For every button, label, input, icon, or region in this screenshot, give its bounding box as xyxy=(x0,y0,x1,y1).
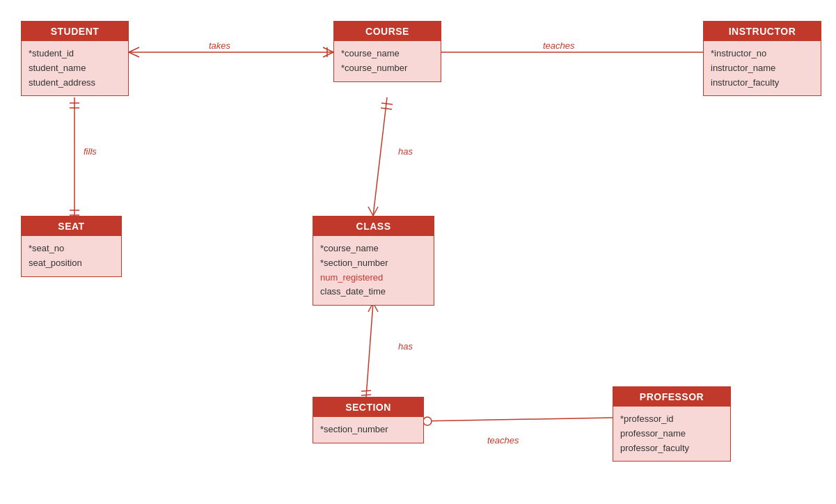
has-section-label: has xyxy=(398,341,413,352)
entity-student-body: *student_id student_name student_address xyxy=(22,41,128,95)
entity-section: SECTION *section_number xyxy=(313,397,424,443)
svg-line-15 xyxy=(373,97,387,216)
svg-line-19 xyxy=(373,207,378,216)
entity-course-body: *course_name *course_number xyxy=(334,41,441,81)
entity-seat-header: SEAT xyxy=(22,216,121,236)
takes-label: takes xyxy=(209,40,230,51)
professor-field-3: professor_faculty xyxy=(620,441,723,456)
section-field-1: *section_number xyxy=(320,423,416,437)
class-field-4: class_date_time xyxy=(320,285,427,299)
professor-field-1: *professor_id xyxy=(620,412,723,427)
entity-professor-header: PROFESSOR xyxy=(613,387,730,407)
entity-section-body: *section_number xyxy=(313,417,423,443)
er-diagram: takes teaches fills has has teaches STUD… xyxy=(0,0,836,504)
seat-field-1: *seat_no xyxy=(29,242,114,256)
svg-line-17 xyxy=(381,108,392,109)
teaches-professor-label: teaches xyxy=(487,435,519,446)
svg-line-2 xyxy=(129,52,139,57)
student-field-2: student_name xyxy=(29,61,121,76)
entity-course-header: COURSE xyxy=(334,22,441,41)
has-class-label: has xyxy=(398,146,413,157)
professor-field-2: professor_name xyxy=(620,427,723,441)
seat-field-2: seat_position xyxy=(29,256,114,271)
fills-label: fills xyxy=(84,146,97,157)
svg-point-28 xyxy=(423,417,432,425)
teaches-instructor-label: teaches xyxy=(543,40,575,51)
entity-professor-body: *professor_id professor_name professor_f… xyxy=(613,407,730,461)
student-field-1: *student_id xyxy=(29,47,121,61)
entity-class-body: *course_name *section_number num_registe… xyxy=(313,236,434,305)
svg-line-1 xyxy=(129,47,139,52)
student-field-3: student_address xyxy=(29,76,121,90)
svg-line-25 xyxy=(420,418,613,421)
class-field-2: *section_number xyxy=(320,256,427,271)
instructor-field-3: instructor_faculty xyxy=(711,76,814,90)
entity-student-header: STUDENT xyxy=(22,22,128,41)
entity-instructor-body: *instructor_no instructor_name instructo… xyxy=(704,41,821,95)
svg-line-18 xyxy=(368,207,373,216)
entity-class: CLASS *course_name *section_number num_r… xyxy=(313,216,434,306)
class-field-3: num_registered xyxy=(320,271,427,285)
entity-instructor: INSTRUCTOR *instructor_no instructor_nam… xyxy=(703,21,821,96)
svg-line-23 xyxy=(361,391,371,391)
entity-section-header: SECTION xyxy=(313,397,423,417)
entity-class-header: CLASS xyxy=(313,216,434,236)
entity-seat-body: *seat_no seat_position xyxy=(22,236,121,276)
course-field-2: *course_number xyxy=(341,61,434,76)
svg-line-4 xyxy=(323,47,333,52)
entity-instructor-header: INSTRUCTOR xyxy=(704,22,821,41)
svg-line-5 xyxy=(323,52,333,57)
svg-line-16 xyxy=(381,103,393,104)
entity-student: STUDENT *student_id student_name student… xyxy=(21,21,129,96)
svg-line-20 xyxy=(366,303,373,397)
course-field-1: *course_name xyxy=(341,47,434,61)
entity-course: COURSE *course_name *course_number xyxy=(333,21,441,82)
instructor-field-1: *instructor_no xyxy=(711,47,814,61)
svg-line-24 xyxy=(361,395,371,395)
instructor-field-2: instructor_name xyxy=(711,61,814,76)
entity-professor: PROFESSOR *professor_id professor_name p… xyxy=(613,386,731,462)
class-field-1: *course_name xyxy=(320,242,427,256)
entity-seat: SEAT *seat_no seat_position xyxy=(21,216,122,277)
